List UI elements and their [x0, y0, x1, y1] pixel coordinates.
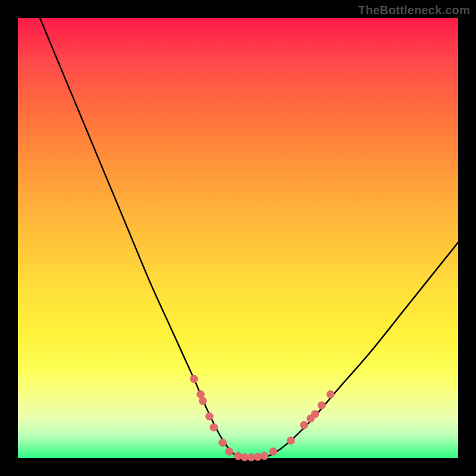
curve-marker — [199, 397, 206, 405]
curve-marker — [318, 402, 325, 409]
curve-marker — [219, 439, 227, 447]
curve-markers — [190, 375, 334, 461]
watermark-text: TheBottleneck.com — [358, 4, 470, 17]
curve-marker — [210, 424, 218, 431]
curve-marker — [190, 375, 198, 383]
curve-marker — [327, 390, 334, 398]
curve-marker — [270, 447, 277, 455]
curve-marker — [300, 421, 308, 429]
chart-svg — [18, 18, 458, 458]
curve-marker — [205, 412, 213, 420]
curve-marker — [261, 452, 268, 460]
curve-marker — [226, 447, 233, 455]
bottleneck-curve — [40, 18, 458, 459]
chart-plot-area — [18, 18, 458, 458]
curve-marker — [311, 411, 319, 418]
curve-marker — [287, 437, 295, 444]
curve-marker — [234, 452, 242, 460]
